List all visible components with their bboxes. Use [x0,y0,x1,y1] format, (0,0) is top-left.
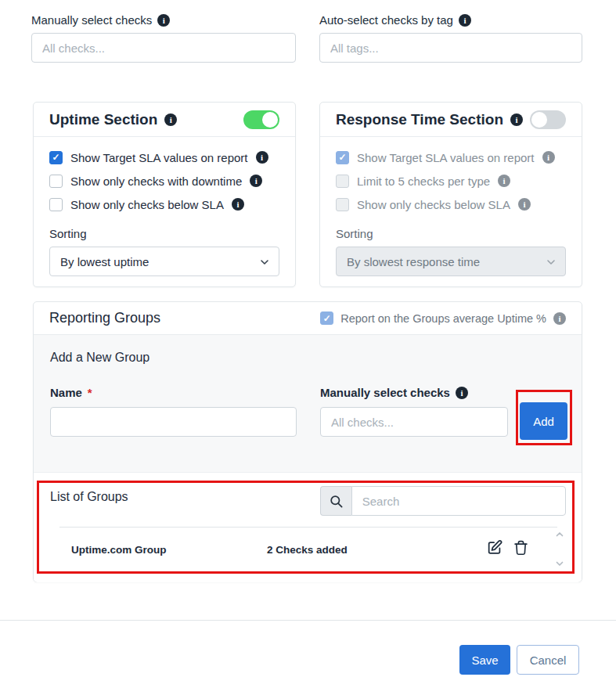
list-of-groups-title: List of Groups [50,490,128,504]
info-icon[interactable] [456,387,468,399]
reporting-groups-title: Reporting Groups [49,310,160,326]
checkbox-row: Show Target SLA values on report [49,149,279,165]
checkbox-label: Show Target SLA values on report [70,151,248,164]
manual-select-label: Manually select checks [31,13,170,27]
add-new-group-heading: Add a New Group [50,351,149,365]
sorting-value: By lowest uptime [60,255,149,268]
group-search-input[interactable] [351,486,566,516]
edit-group-icon[interactable] [486,539,503,556]
cancel-button[interactable]: Cancel [517,645,579,675]
show-below-sla-checkbox[interactable] [49,198,63,211]
show-downtime-checkbox[interactable] [49,175,63,188]
manual-select-checks-input[interactable] [31,33,296,63]
search-icon [329,494,344,509]
uptime-sorting-select[interactable]: By lowest uptime [49,247,279,276]
response-section-header: Response Time Section [320,103,582,137]
limit-checks-checkbox [336,175,349,188]
delete-group-icon[interactable] [513,539,529,556]
info-icon [518,198,531,211]
name-label-text: Name [50,386,82,399]
info-icon[interactable] [232,198,244,211]
manual-select-label-text: Manually select checks [31,13,152,27]
list-divider [59,527,557,528]
response-section-card: Response Time Section Show Target SLA va… [319,102,582,287]
scroll-up-icon[interactable] [554,530,565,539]
checkbox-label: Show only checks with downtime [70,175,242,188]
info-icon [498,175,510,187]
chevron-down-icon [545,256,557,268]
info-icon[interactable] [164,113,177,126]
show-target-sla-checkbox [336,151,349,164]
add-group-panel: Add a New Group Name * Manually select c… [34,335,582,473]
group-row-checks: 2 Checks added [267,544,348,556]
show-target-sla-checkbox[interactable] [49,151,63,164]
info-icon[interactable] [510,113,523,126]
scroll-down-icon[interactable] [554,559,565,568]
info-icon [553,312,566,325]
sorting-value: By slowest response time [347,255,480,268]
group-checks-input[interactable] [320,407,508,437]
uptime-section-title: Uptime Section [49,111,157,128]
uptime-section-card: Uptime Section Show Target SLA values on… [33,102,296,287]
save-button[interactable]: Save [459,645,510,675]
checkbox-label: Show only checks below SLA [357,198,510,211]
response-sorting-select: By slowest response time [336,247,566,276]
checkbox-row: Show only checks below SLA [49,196,279,212]
response-section-toggle[interactable] [530,110,566,129]
reporting-groups-header: Reporting Groups Report on the Groups av… [34,302,582,335]
auto-select-label: Auto-select checks by tag [319,13,471,27]
uptime-section-toggle[interactable] [243,110,279,129]
group-row-name: Uptime.com Group [71,544,167,556]
checkbox-row: Show Target SLA values on report [336,149,566,165]
add-group-button[interactable]: Add [520,402,567,440]
name-label: Name * [50,386,92,399]
reporting-groups-card: Reporting Groups Report on the Groups av… [33,301,582,582]
groups-list-panel: List of Groups Uptime.com Group 2 Checks… [34,473,582,582]
response-section-title: Response Time Section [336,111,503,128]
groups-average-checkbox [320,311,333,325]
group-checks-label: Manually select checks [320,386,468,399]
required-asterisk: * [88,386,92,399]
group-name-input[interactable] [50,407,297,437]
checkbox-label: Show only checks below SLA [70,198,224,211]
checkbox-row: Show only checks below SLA [336,196,566,212]
footer-divider [0,620,616,621]
auto-select-label-text: Auto-select checks by tag [319,13,453,27]
checkbox-label: Show Target SLA values on report [357,151,535,164]
checkbox-row: Show only checks with downtime [49,173,279,189]
auto-select-tags-input[interactable] [319,33,582,63]
checkbox-row: Limit to 5 checks per type [336,173,566,189]
groups-average-label: Report on the Groups average Uptime % [340,312,546,325]
info-icon[interactable] [250,175,262,187]
info-icon[interactable] [459,14,471,27]
show-below-sla-checkbox [336,198,349,211]
chevron-down-icon [258,256,271,268]
search-addon [320,486,351,516]
info-icon[interactable] [157,14,170,27]
info-icon[interactable] [256,151,268,164]
sorting-label: Sorting [49,227,279,240]
group-checks-label-text: Manually select checks [320,386,450,399]
sorting-label: Sorting [336,227,566,240]
checkbox-label: Limit to 5 checks per type [357,175,490,188]
info-icon [542,151,555,164]
uptime-section-header: Uptime Section [34,103,295,137]
